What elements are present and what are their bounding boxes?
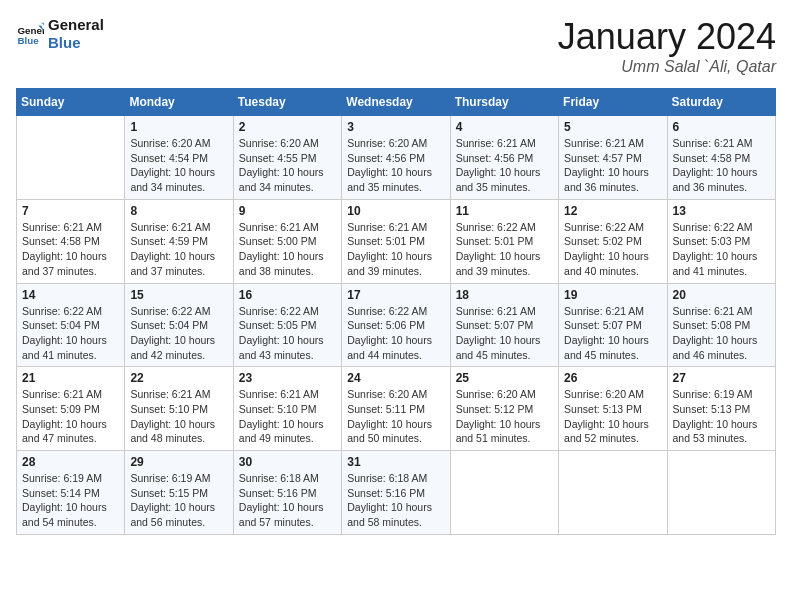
day-info-line: Sunset: 5:07 PM	[564, 319, 642, 331]
day-info: Sunrise: 6:19 AMSunset: 5:13 PMDaylight:…	[673, 387, 770, 446]
day-info-line: Sunset: 5:10 PM	[130, 403, 208, 415]
day-info-line: Daylight: 10 hours	[564, 418, 649, 430]
day-number: 30	[239, 455, 336, 469]
calendar-cell	[450, 451, 558, 535]
calendar-cell: 25Sunrise: 6:20 AMSunset: 5:12 PMDayligh…	[450, 367, 558, 451]
day-info-line: Sunset: 4:57 PM	[564, 152, 642, 164]
day-info-line: Sunset: 5:02 PM	[564, 235, 642, 247]
day-info-line: Sunrise: 6:19 AM	[673, 388, 753, 400]
day-number: 29	[130, 455, 227, 469]
day-number: 23	[239, 371, 336, 385]
day-info-line: and 43 minutes.	[239, 349, 314, 361]
day-info-line: Sunrise: 6:21 AM	[130, 221, 210, 233]
calendar-cell: 27Sunrise: 6:19 AMSunset: 5:13 PMDayligh…	[667, 367, 775, 451]
day-info-line: Sunset: 4:55 PM	[239, 152, 317, 164]
day-info: Sunrise: 6:18 AMSunset: 5:16 PMDaylight:…	[347, 471, 444, 530]
day-number: 8	[130, 204, 227, 218]
day-info-line: Sunrise: 6:20 AM	[347, 388, 427, 400]
day-info: Sunrise: 6:21 AMSunset: 4:58 PMDaylight:…	[22, 220, 119, 279]
day-number: 31	[347, 455, 444, 469]
day-info-line: Sunrise: 6:21 AM	[347, 221, 427, 233]
day-info-line: Daylight: 10 hours	[22, 418, 107, 430]
day-info-line: Sunset: 5:01 PM	[347, 235, 425, 247]
day-info: Sunrise: 6:21 AMSunset: 5:10 PMDaylight:…	[239, 387, 336, 446]
day-info-line: Sunrise: 6:21 AM	[564, 137, 644, 149]
calendar-cell: 5Sunrise: 6:21 AMSunset: 4:57 PMDaylight…	[559, 116, 667, 200]
day-info-line: and 35 minutes.	[456, 181, 531, 193]
day-info-line: Daylight: 10 hours	[130, 501, 215, 513]
day-info-line: Sunrise: 6:21 AM	[130, 388, 210, 400]
day-number: 7	[22, 204, 119, 218]
day-info-line: Sunrise: 6:20 AM	[564, 388, 644, 400]
day-info-line: Daylight: 10 hours	[456, 334, 541, 346]
calendar-cell: 4Sunrise: 6:21 AMSunset: 4:56 PMDaylight…	[450, 116, 558, 200]
day-info-line: and 54 minutes.	[22, 516, 97, 528]
day-info-line: Sunrise: 6:21 AM	[673, 137, 753, 149]
day-info-line: and 46 minutes.	[673, 349, 748, 361]
day-info-line: and 56 minutes.	[130, 516, 205, 528]
day-number: 17	[347, 288, 444, 302]
day-info-line: and 45 minutes.	[564, 349, 639, 361]
header-thursday: Thursday	[450, 89, 558, 116]
header-saturday: Saturday	[667, 89, 775, 116]
day-info-line: Sunrise: 6:21 AM	[22, 388, 102, 400]
day-info: Sunrise: 6:20 AMSunset: 4:56 PMDaylight:…	[347, 136, 444, 195]
day-number: 9	[239, 204, 336, 218]
day-info-line: and 41 minutes.	[22, 349, 97, 361]
day-info-line: Daylight: 10 hours	[239, 250, 324, 262]
day-number: 14	[22, 288, 119, 302]
day-info-line: Daylight: 10 hours	[239, 166, 324, 178]
day-number: 12	[564, 204, 661, 218]
day-info: Sunrise: 6:21 AMSunset: 5:00 PMDaylight:…	[239, 220, 336, 279]
day-info: Sunrise: 6:19 AMSunset: 5:15 PMDaylight:…	[130, 471, 227, 530]
day-info-line: Sunrise: 6:18 AM	[239, 472, 319, 484]
day-number: 16	[239, 288, 336, 302]
calendar-cell: 2Sunrise: 6:20 AMSunset: 4:55 PMDaylight…	[233, 116, 341, 200]
day-info-line: and 50 minutes.	[347, 432, 422, 444]
day-number: 20	[673, 288, 770, 302]
day-info-line: and 34 minutes.	[239, 181, 314, 193]
day-info-line: and 51 minutes.	[456, 432, 531, 444]
day-number: 21	[22, 371, 119, 385]
calendar-week-row: 1Sunrise: 6:20 AMSunset: 4:54 PMDaylight…	[17, 116, 776, 200]
calendar-cell	[667, 451, 775, 535]
day-number: 27	[673, 371, 770, 385]
day-info: Sunrise: 6:21 AMSunset: 5:09 PMDaylight:…	[22, 387, 119, 446]
day-info-line: Sunset: 5:13 PM	[673, 403, 751, 415]
day-info-line: Sunset: 5:16 PM	[239, 487, 317, 499]
day-info-line: Sunrise: 6:19 AM	[130, 472, 210, 484]
day-info-line: Sunset: 4:59 PM	[130, 235, 208, 247]
day-info-line: Daylight: 10 hours	[347, 418, 432, 430]
day-info-line: Daylight: 10 hours	[456, 418, 541, 430]
day-info-line: Daylight: 10 hours	[130, 250, 215, 262]
day-info-line: and 38 minutes.	[239, 265, 314, 277]
day-number: 15	[130, 288, 227, 302]
day-info-line: Sunrise: 6:21 AM	[456, 305, 536, 317]
day-info-line: Daylight: 10 hours	[347, 166, 432, 178]
calendar-cell: 7Sunrise: 6:21 AMSunset: 4:58 PMDaylight…	[17, 199, 125, 283]
day-info-line: and 37 minutes.	[130, 265, 205, 277]
day-info-line: and 45 minutes.	[456, 349, 531, 361]
calendar-cell: 12Sunrise: 6:22 AMSunset: 5:02 PMDayligh…	[559, 199, 667, 283]
day-info-line: Daylight: 10 hours	[347, 334, 432, 346]
calendar-cell: 26Sunrise: 6:20 AMSunset: 5:13 PMDayligh…	[559, 367, 667, 451]
day-info-line: Sunset: 5:11 PM	[347, 403, 425, 415]
day-number: 3	[347, 120, 444, 134]
month-title: January 2024	[558, 16, 776, 58]
day-info-line: Sunset: 5:08 PM	[673, 319, 751, 331]
calendar-cell: 19Sunrise: 6:21 AMSunset: 5:07 PMDayligh…	[559, 283, 667, 367]
day-number: 1	[130, 120, 227, 134]
day-info-line: Daylight: 10 hours	[456, 166, 541, 178]
day-info-line: Sunset: 5:04 PM	[130, 319, 208, 331]
day-info-line: Sunset: 5:03 PM	[673, 235, 751, 247]
calendar-header-row: SundayMondayTuesdayWednesdayThursdayFrid…	[17, 89, 776, 116]
day-info: Sunrise: 6:18 AMSunset: 5:16 PMDaylight:…	[239, 471, 336, 530]
calendar-week-row: 7Sunrise: 6:21 AMSunset: 4:58 PMDaylight…	[17, 199, 776, 283]
day-info-line: Sunrise: 6:21 AM	[239, 221, 319, 233]
calendar-cell: 23Sunrise: 6:21 AMSunset: 5:10 PMDayligh…	[233, 367, 341, 451]
calendar-cell: 24Sunrise: 6:20 AMSunset: 5:11 PMDayligh…	[342, 367, 450, 451]
day-info-line: and 37 minutes.	[22, 265, 97, 277]
day-info-line: and 47 minutes.	[22, 432, 97, 444]
header-monday: Monday	[125, 89, 233, 116]
calendar-cell: 13Sunrise: 6:22 AMSunset: 5:03 PMDayligh…	[667, 199, 775, 283]
